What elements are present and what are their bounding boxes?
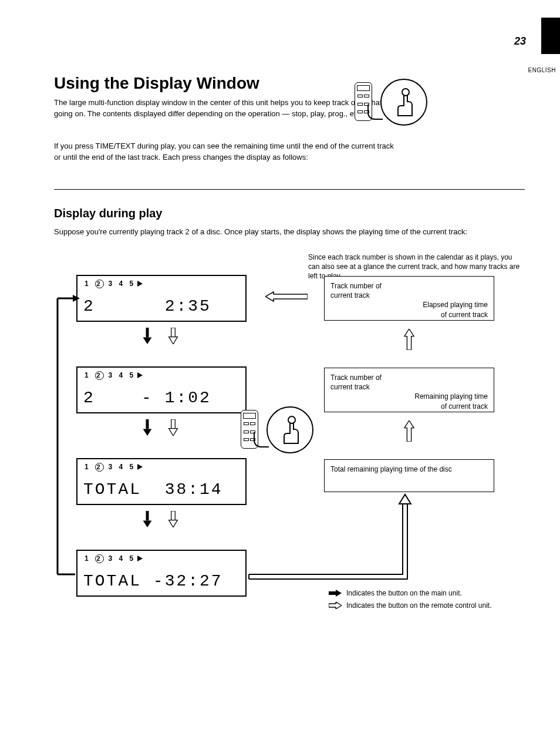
svg-marker-1 (265, 292, 308, 301)
page-title: Using the Display Window (54, 74, 259, 93)
info1-l2: current track (330, 291, 488, 300)
hand-press-icon (392, 87, 419, 120)
svg-marker-5 (169, 337, 178, 344)
page: 23 ENGLISH Using the Display Window The … (0, 0, 560, 747)
info1-l1: Track number of (330, 281, 488, 291)
calendar-row: 1 2 3 4 5 (85, 280, 136, 288)
svg-marker-11 (404, 420, 414, 442)
lcd-display-3: 1 2 3 4 5 TOTAL 38:14 (76, 458, 247, 505)
page-number: 23 (514, 35, 526, 48)
info-box-3: Total remaining playing time of the disc (324, 459, 494, 492)
arrow-down-open-icon (168, 419, 178, 436)
svg-marker-3 (143, 337, 152, 344)
play-icon (137, 372, 143, 378)
arrow-down-open-icon (168, 511, 178, 527)
arrow-down-open-icon (168, 328, 178, 344)
lcd-display-4: 1 2 3 4 5 TOTAL -32:27 (76, 550, 247, 597)
lcd3-time: 38:14 (165, 480, 223, 499)
intro-paragraph-1: The large multi-function display window … (54, 97, 396, 120)
info2-l2: current track (330, 382, 488, 392)
lcd2-track: 2 (83, 389, 95, 407)
section-title: Display during play (54, 207, 162, 220)
info3-l1: Total remaining playing time of the disc (330, 465, 488, 474)
svg-marker-6 (404, 329, 414, 350)
lcd-display-1: 1 2 3 4 5 2 2:35 (76, 275, 247, 322)
intro-paragraph-2: If you press TIME/TEXT during play, you … (54, 141, 396, 163)
calendar-row: 1 2 3 4 5 (85, 554, 136, 563)
svg-rect-9 (171, 419, 176, 429)
lcd3-label: TOTAL (83, 480, 141, 499)
info-box-2: Track number of current track Remaining … (324, 368, 494, 412)
svg-marker-19 (329, 590, 342, 597)
arrow-left-open-icon (265, 291, 308, 302)
hand-press-icon (278, 415, 305, 447)
section-intro: Suppose you're currently playing track 2… (54, 227, 525, 237)
lcd1-track: 2 (83, 297, 95, 315)
calendar-row: 1 2 3 4 5 (85, 463, 136, 472)
legend-open-text: Indicates the button on the remote contr… (346, 601, 492, 611)
open-return-path-arrow-icon (247, 492, 423, 584)
play-icon (137, 464, 143, 470)
info2-l3: Remaining playing time (330, 392, 488, 401)
arrow-open-icon (329, 602, 342, 609)
calendar-row: 1 2 3 4 5 (85, 371, 136, 380)
svg-marker-8 (143, 429, 152, 436)
legend-solid-text: Indicates the button on the main unit. (346, 588, 462, 598)
lcd1-time: 2:35 (165, 297, 211, 315)
svg-marker-14 (143, 520, 152, 527)
svg-rect-13 (146, 511, 149, 520)
info-box-1: Track number of current track Elapsed pl… (324, 276, 494, 321)
svg-rect-4 (171, 328, 176, 337)
remote-press-illustration (241, 406, 329, 459)
info2-l1: Track number of (330, 373, 488, 382)
arrow-down-solid-icon (142, 328, 153, 344)
legend: Indicates the button on the main unit. I… (329, 588, 492, 613)
lcd-display-2: 1 2 3 4 5 2 - 1:02 (76, 366, 247, 413)
svg-rect-15 (171, 511, 176, 520)
svg-rect-2 (146, 328, 149, 337)
svg-rect-7 (146, 419, 149, 429)
svg-point-12 (288, 416, 295, 423)
play-icon (137, 281, 143, 287)
lcd2-time: - 1:02 (141, 389, 211, 407)
arrow-up-open-icon (404, 420, 414, 442)
divider (54, 189, 525, 190)
language-label: ENGLISH (528, 67, 556, 73)
lcd4-time: -32:27 (153, 572, 223, 590)
info1-l4: of current track (330, 310, 488, 319)
svg-marker-16 (169, 520, 178, 527)
section-tab (541, 18, 560, 54)
svg-marker-10 (169, 429, 178, 436)
arrow-solid-icon (329, 590, 342, 597)
svg-marker-20 (329, 602, 342, 609)
info1-l3: Elapsed playing time (330, 300, 488, 309)
svg-point-0 (402, 89, 409, 96)
play-icon (137, 556, 143, 561)
arrow-up-open-icon (404, 329, 414, 350)
arrow-down-solid-icon (142, 419, 153, 436)
remote-press-illustration (355, 79, 443, 132)
lcd4-label: TOTAL (83, 572, 141, 590)
svg-marker-17 (73, 295, 80, 302)
info2-l4: of current track (330, 402, 488, 411)
svg-marker-18 (399, 494, 411, 504)
arrow-down-solid-icon (142, 511, 153, 527)
return-path-arrow-icon (54, 294, 81, 581)
